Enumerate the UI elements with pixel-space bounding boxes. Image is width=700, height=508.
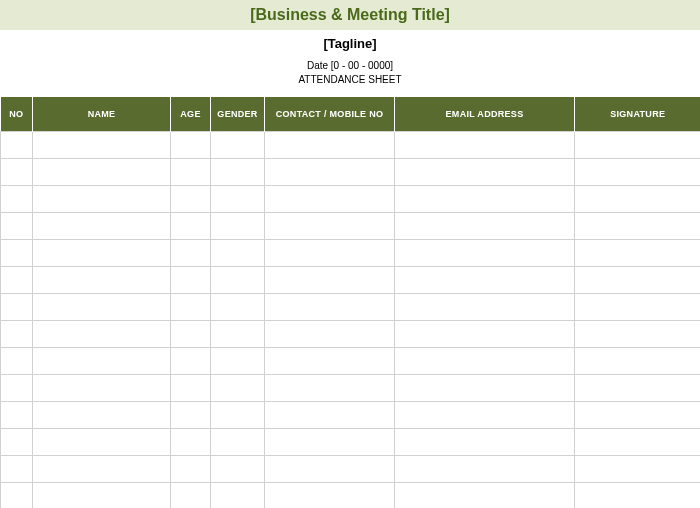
table-row xyxy=(1,402,701,429)
table-cell xyxy=(211,132,265,159)
table-cell xyxy=(171,348,211,375)
table-cell xyxy=(211,375,265,402)
table-cell xyxy=(265,456,395,483)
table-row xyxy=(1,159,701,186)
table-cell xyxy=(575,483,701,509)
table-cell xyxy=(265,186,395,213)
table-cell xyxy=(575,213,701,240)
table-row xyxy=(1,483,701,509)
table-header-row: NO NAME AGE GENDER CONTACT / MOBILE NO E… xyxy=(1,97,701,132)
table-cell xyxy=(265,402,395,429)
col-header-name: NAME xyxy=(33,97,171,132)
table-cell xyxy=(171,294,211,321)
table-cell xyxy=(1,240,33,267)
table-cell xyxy=(33,402,171,429)
table-cell xyxy=(211,240,265,267)
table-cell xyxy=(33,132,171,159)
table-row xyxy=(1,321,701,348)
table-cell xyxy=(211,186,265,213)
table-cell xyxy=(395,456,575,483)
table-cell xyxy=(395,213,575,240)
table-cell xyxy=(265,375,395,402)
table-cell xyxy=(211,483,265,509)
table-cell xyxy=(211,213,265,240)
table-cell xyxy=(575,267,701,294)
table-cell xyxy=(265,321,395,348)
table-cell xyxy=(211,159,265,186)
table-cell xyxy=(265,483,395,509)
table-cell xyxy=(171,402,211,429)
table-cell xyxy=(1,429,33,456)
table-cell xyxy=(33,375,171,402)
table-row xyxy=(1,267,701,294)
table-cell xyxy=(171,429,211,456)
attendance-table: NO NAME AGE GENDER CONTACT / MOBILE NO E… xyxy=(0,97,700,508)
table-cell xyxy=(575,159,701,186)
table-cell xyxy=(33,240,171,267)
table-cell xyxy=(171,132,211,159)
table-cell xyxy=(395,240,575,267)
table-cell xyxy=(265,213,395,240)
table-cell xyxy=(33,267,171,294)
table-cell xyxy=(1,267,33,294)
table-cell xyxy=(395,294,575,321)
table-cell xyxy=(395,348,575,375)
table-cell xyxy=(33,348,171,375)
table-cell xyxy=(33,159,171,186)
table-cell xyxy=(171,186,211,213)
table-cell xyxy=(211,402,265,429)
table-cell xyxy=(33,483,171,509)
table-cell xyxy=(575,294,701,321)
table-cell xyxy=(265,267,395,294)
table-cell xyxy=(1,348,33,375)
table-cell xyxy=(395,375,575,402)
table-cell xyxy=(211,267,265,294)
table-cell xyxy=(171,483,211,509)
table-cell xyxy=(395,321,575,348)
table-cell xyxy=(171,456,211,483)
col-header-contact: CONTACT / MOBILE NO xyxy=(265,97,395,132)
table-row xyxy=(1,429,701,456)
meta-block: Date [0 - 00 - 0000] ATTENDANCE SHEET xyxy=(0,53,700,97)
table-cell xyxy=(33,429,171,456)
table-cell xyxy=(575,240,701,267)
table-cell xyxy=(395,186,575,213)
table-cell xyxy=(575,375,701,402)
table-row xyxy=(1,348,701,375)
table-cell xyxy=(33,456,171,483)
sheet-label: ATTENDANCE SHEET xyxy=(0,73,700,87)
table-body xyxy=(1,132,701,509)
table-cell xyxy=(1,321,33,348)
table-cell xyxy=(171,159,211,186)
title-band: [Business & Meeting Title] xyxy=(0,0,700,30)
table-cell xyxy=(395,132,575,159)
table-cell xyxy=(395,483,575,509)
table-cell xyxy=(211,429,265,456)
table-cell xyxy=(575,186,701,213)
table-cell xyxy=(33,213,171,240)
col-header-email: EMAIL ADDRESS xyxy=(395,97,575,132)
table-cell xyxy=(1,159,33,186)
table-cell xyxy=(575,456,701,483)
table-cell xyxy=(575,132,701,159)
col-header-gender: GENDER xyxy=(211,97,265,132)
table-cell xyxy=(575,402,701,429)
table-cell xyxy=(265,159,395,186)
date-line: Date [0 - 00 - 0000] xyxy=(0,59,700,73)
table-cell xyxy=(265,132,395,159)
table-cell xyxy=(265,348,395,375)
table-cell xyxy=(33,186,171,213)
table-cell xyxy=(211,294,265,321)
col-header-no: NO xyxy=(1,97,33,132)
table-row xyxy=(1,294,701,321)
table-cell xyxy=(33,294,171,321)
col-header-age: AGE xyxy=(171,97,211,132)
table-cell xyxy=(575,348,701,375)
col-header-signature: SIGNATURE xyxy=(575,97,701,132)
table-cell xyxy=(1,132,33,159)
page-title: [Business & Meeting Title] xyxy=(250,6,450,23)
table-cell xyxy=(395,402,575,429)
table-cell xyxy=(171,375,211,402)
table-cell xyxy=(211,321,265,348)
table-row xyxy=(1,456,701,483)
